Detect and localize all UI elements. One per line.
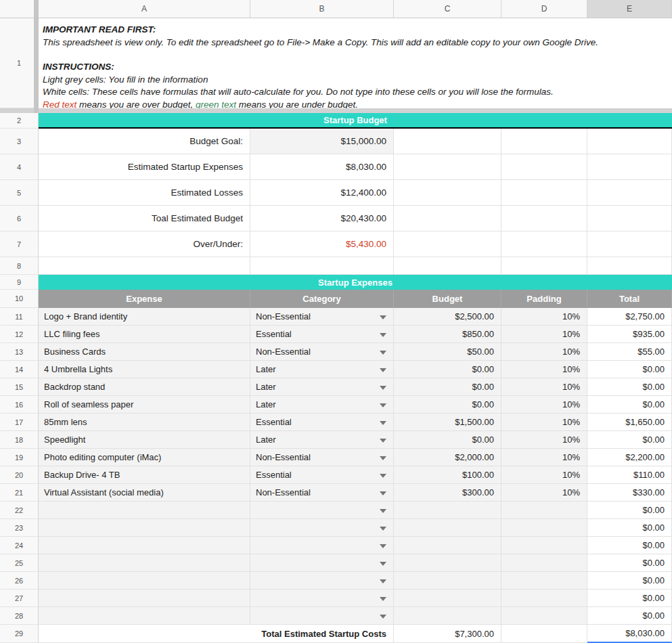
row-header-13[interactable]: 13: [0, 343, 39, 361]
cell-estimated-losses-value[interactable]: $12,400.00: [250, 180, 394, 206]
corner-select-all[interactable]: [0, 0, 39, 18]
dropdown-arrow-icon[interactable]: [380, 579, 386, 583]
cell-total[interactable]: $0.00: [587, 361, 672, 378]
header-total[interactable]: Total: [587, 290, 672, 308]
cell-expense[interactable]: 85mm lens: [39, 414, 250, 431]
cell-budget-goal-value[interactable]: $15,000.00: [250, 129, 394, 154]
frozen-row-divider[interactable]: [0, 108, 672, 113]
row-header-7[interactable]: 7: [0, 231, 39, 257]
header-budget[interactable]: Budget: [394, 290, 501, 308]
cell-padding[interactable]: 10%: [501, 431, 587, 449]
cell-expense[interactable]: Business Cards: [39, 343, 250, 361]
cell-padding[interactable]: 10%: [501, 378, 587, 396]
row-header-4[interactable]: 4: [0, 154, 39, 180]
cell-total[interactable]: $0.00: [587, 519, 672, 537]
cell-budget[interactable]: [394, 590, 501, 607]
cell-total[interactable]: $2,750.00: [587, 308, 672, 326]
cell-empty[interactable]: [587, 180, 672, 206]
dropdown-arrow-icon[interactable]: [380, 562, 386, 566]
cell-padding[interactable]: 10%: [501, 449, 587, 466]
cell-total[interactable]: $55.00: [587, 343, 672, 361]
cell-total[interactable]: $0.00: [587, 572, 672, 590]
startup-expenses-banner[interactable]: Startup Expenses: [39, 275, 672, 290]
dropdown-arrow-icon[interactable]: [380, 491, 386, 495]
cell-budget[interactable]: [394, 554, 501, 572]
cell-total[interactable]: $1,650.00: [587, 414, 672, 431]
header-category[interactable]: Category: [250, 290, 394, 308]
row-header-6[interactable]: 6: [0, 206, 39, 231]
row-header-28[interactable]: 28: [0, 607, 39, 625]
cell-padding[interactable]: 10%: [501, 466, 587, 484]
cell-budget[interactable]: [394, 502, 501, 519]
cell-category[interactable]: [250, 554, 394, 572]
row-header-19[interactable]: 19: [0, 449, 39, 466]
cell-total[interactable]: $0.00: [587, 431, 672, 449]
cell-padding[interactable]: [501, 572, 587, 590]
cell-estimated-expenses-value[interactable]: $8,030.00: [250, 154, 394, 180]
row-header-5[interactable]: 5: [0, 180, 39, 206]
row-header-12[interactable]: 12: [0, 326, 39, 343]
cell-empty[interactable]: [587, 154, 672, 180]
row-header-27[interactable]: 27: [0, 590, 39, 607]
cell-empty[interactable]: [394, 180, 501, 206]
cell-empty[interactable]: [394, 231, 501, 257]
cell-padding[interactable]: 10%: [501, 308, 587, 326]
cell-over-under-value[interactable]: $5,430.00: [250, 231, 394, 257]
cell-category[interactable]: Non-Essential: [250, 308, 394, 326]
cell-total-budget-label[interactable]: Toal Estimated Budget: [39, 206, 250, 231]
cell-estimated-losses-label[interactable]: Estimated Losses: [39, 180, 250, 206]
cell-category[interactable]: Non-Essential: [250, 343, 394, 361]
column-header-c[interactable]: C: [394, 0, 501, 18]
dropdown-arrow-icon[interactable]: [380, 386, 386, 390]
dropdown-arrow-icon[interactable]: [380, 509, 386, 513]
cell-padding[interactable]: [501, 537, 587, 554]
cell-total[interactable]: $110.00: [587, 466, 672, 484]
cell-category[interactable]: [250, 502, 394, 519]
cell-expense[interactable]: [39, 519, 250, 537]
cell-empty[interactable]: [501, 625, 587, 643]
row-header-24[interactable]: 24: [0, 537, 39, 554]
cell-total[interactable]: $935.00: [587, 326, 672, 343]
column-header-b[interactable]: B: [250, 0, 394, 18]
startup-budget-banner[interactable]: Startup Budget: [39, 113, 672, 129]
row-header-11[interactable]: 11: [0, 308, 39, 326]
cell-budget[interactable]: $50.00: [394, 343, 501, 361]
cell-padding[interactable]: 10%: [501, 326, 587, 343]
dropdown-arrow-icon[interactable]: [380, 615, 386, 619]
cell-category[interactable]: Later: [250, 378, 394, 396]
dropdown-arrow-icon[interactable]: [380, 333, 386, 337]
cell-budget[interactable]: $1,500.00: [394, 414, 501, 431]
cell-total-sum-selected[interactable]: $8,030.00: [587, 625, 672, 643]
row-header-23[interactable]: 23: [0, 519, 39, 537]
row-header-25[interactable]: 25: [0, 554, 39, 572]
cell-budget[interactable]: $2,500.00: [394, 308, 501, 326]
cell-expense[interactable]: Photo editing computer (iMac): [39, 449, 250, 466]
cell-budget[interactable]: [394, 607, 501, 625]
cell-total[interactable]: $0.00: [587, 607, 672, 625]
row-header-17[interactable]: 17: [0, 414, 39, 431]
row-header-9[interactable]: 9: [0, 275, 39, 290]
row-header-14[interactable]: 14: [0, 361, 39, 378]
dropdown-arrow-icon[interactable]: [380, 315, 386, 319]
cell-empty[interactable]: [587, 231, 672, 257]
cell-expense[interactable]: [39, 537, 250, 554]
header-padding[interactable]: Padding: [501, 290, 587, 308]
row-header-22[interactable]: 22: [0, 502, 39, 519]
cell-empty[interactable]: [587, 257, 672, 275]
cell-expense[interactable]: 4 Umbrella Lights: [39, 361, 250, 378]
cell-budget[interactable]: $0.00: [394, 378, 501, 396]
cell-budget[interactable]: $850.00: [394, 326, 501, 343]
column-header-d[interactable]: D: [501, 0, 587, 18]
cell-empty[interactable]: [501, 206, 587, 231]
cell-expense[interactable]: Backup Drive- 4 TB: [39, 466, 250, 484]
cell-category[interactable]: [250, 590, 394, 607]
cell-total-budget-sum[interactable]: $7,300.00: [394, 625, 501, 643]
cell-empty[interactable]: [587, 206, 672, 231]
cell-category[interactable]: Non-Essential: [250, 449, 394, 466]
cell-total[interactable]: $0.00: [587, 590, 672, 607]
column-header-a[interactable]: A: [39, 0, 250, 18]
cell-total[interactable]: $0.00: [587, 537, 672, 554]
cell-expense[interactable]: LLC filing fees: [39, 326, 250, 343]
cell-category[interactable]: Essential: [250, 326, 394, 343]
cell-expense[interactable]: [39, 607, 250, 625]
